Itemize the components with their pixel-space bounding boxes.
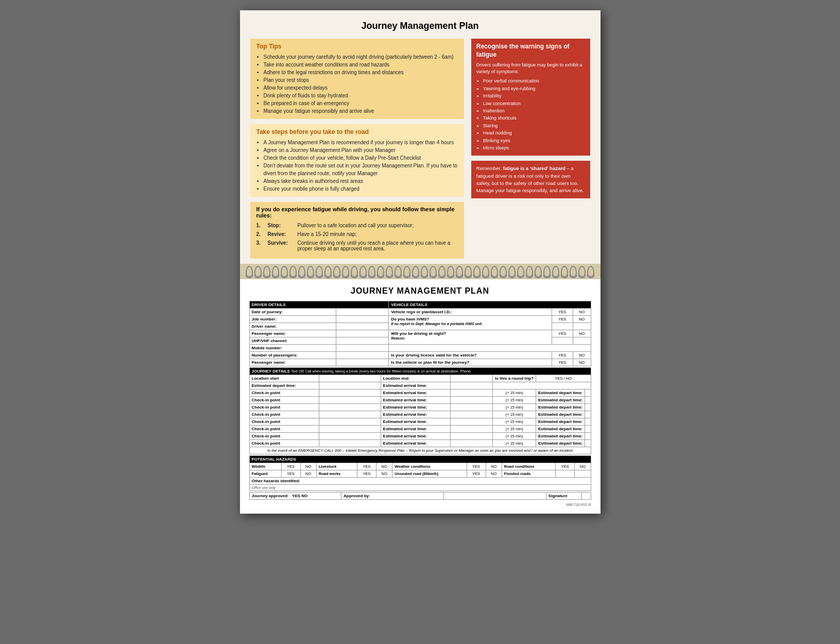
field-value bbox=[319, 389, 381, 397]
field-value bbox=[493, 382, 591, 389]
plus15: (+ 15 min) bbox=[493, 433, 536, 440]
ring bbox=[447, 266, 454, 277]
location-end-value bbox=[451, 375, 493, 382]
field-label: Fatigued bbox=[249, 470, 281, 478]
list-item: Taking shortcuts bbox=[483, 114, 585, 122]
vehicle-details-header: VEHICLE DETAILS bbox=[389, 301, 591, 309]
list-item: Take into account weather conditions and… bbox=[264, 61, 458, 69]
list-item: Schedule your journey carefully to avoid… bbox=[264, 53, 458, 61]
list-item: Low concentration bbox=[483, 100, 585, 107]
location-end-label: Location end bbox=[381, 375, 451, 382]
ring bbox=[377, 266, 384, 277]
field-value bbox=[451, 397, 493, 404]
ring bbox=[403, 266, 410, 277]
yn-cell: YES bbox=[552, 309, 573, 316]
field-value bbox=[451, 426, 493, 433]
spiral-rings bbox=[240, 266, 601, 277]
hazard-row: Fatigued YES NO Road works YES NO Unseal… bbox=[249, 470, 591, 478]
plus15: (+ 15 min) bbox=[493, 389, 536, 397]
field-value bbox=[319, 397, 381, 404]
yn-cell: NO bbox=[300, 463, 316, 470]
office-only-text: Office use only bbox=[249, 485, 591, 491]
ring bbox=[561, 266, 568, 277]
yn-cell: YES bbox=[552, 316, 573, 323]
ring bbox=[272, 266, 279, 277]
ring bbox=[552, 266, 559, 277]
office-only-row: Office use only bbox=[249, 485, 591, 491]
field-label: Estimated depart time: bbox=[536, 397, 585, 404]
checkin-label: Check-in point bbox=[249, 433, 319, 440]
rules-list: 1. Stop: Pullover to a safe location and… bbox=[256, 223, 458, 251]
checkin-label: Check-in point bbox=[249, 404, 319, 411]
warning-signs-box: Recognise the warning signs of fatigue D… bbox=[471, 39, 590, 156]
field-label: Estimated depart time: bbox=[249, 382, 319, 389]
symptoms-list: Poor verbal communication Yawning and ey… bbox=[476, 77, 585, 151]
yn-cell: NO bbox=[376, 470, 392, 478]
journey-approved-label: Journey approved: YES NO bbox=[249, 493, 341, 500]
ring bbox=[473, 266, 481, 277]
ring bbox=[587, 266, 594, 277]
list-item: Poor verbal communication bbox=[483, 77, 585, 84]
yn-cell: NO bbox=[573, 316, 591, 323]
list-item: Ensure your mobile phone is fully charge… bbox=[264, 185, 458, 193]
yn-cell: NO bbox=[300, 470, 316, 478]
field-value bbox=[585, 433, 591, 440]
yn-cell: YES bbox=[556, 463, 575, 470]
plus15: (+ 15 min) bbox=[493, 411, 536, 418]
checkin-label: Check-in point bbox=[249, 440, 319, 447]
potential-hazards-header: POTENTIAL HAZARDS bbox=[249, 456, 591, 463]
field-label: Livestock bbox=[316, 463, 357, 470]
list-item: Irritability bbox=[483, 92, 585, 99]
field-value bbox=[336, 352, 389, 359]
field-value bbox=[585, 418, 591, 426]
checkin-label: Check-in point bbox=[249, 389, 319, 397]
ring bbox=[254, 266, 262, 277]
take-steps-list: A Journey Management Plan is recommended… bbox=[256, 139, 458, 193]
ring bbox=[543, 266, 551, 277]
right-column: Recognise the warning signs of fatigue D… bbox=[471, 39, 590, 259]
ring bbox=[395, 266, 402, 277]
left-column: Top Tips Schedule your journey carefully… bbox=[250, 39, 464, 259]
yn-cell: YES bbox=[552, 359, 573, 366]
rule-text: Continue driving only until you reach a … bbox=[298, 240, 458, 251]
ring bbox=[316, 266, 323, 277]
ring bbox=[535, 266, 542, 277]
journey-details-header: JOURNEY DETAILS Text OR Call when leavin… bbox=[249, 368, 591, 375]
field-label: Mobile number: bbox=[249, 345, 336, 352]
bottom-section: JOURNEY MANAGEMENT PLAN DRIVER DETAILS V… bbox=[240, 279, 601, 514]
list-item: Always take breaks in authorised rest ar… bbox=[264, 177, 458, 185]
ring bbox=[281, 266, 288, 277]
field-label: Job number: bbox=[249, 316, 336, 323]
field-label: Estimated arrival time: bbox=[381, 418, 451, 426]
rule-number: 3. bbox=[256, 240, 265, 251]
field-label: Estimated arrival time: bbox=[381, 440, 451, 447]
list-item: Check the condition of your vehicle, fol… bbox=[264, 154, 458, 162]
ring bbox=[465, 266, 472, 277]
field-label: Is the vehicle or plan fit for the journ… bbox=[389, 359, 552, 366]
approved-by-value bbox=[443, 493, 546, 500]
yn-cell: YES bbox=[281, 470, 300, 478]
yn-cell bbox=[556, 470, 575, 478]
field-value bbox=[336, 359, 389, 366]
yn-cell: YES bbox=[552, 330, 573, 337]
field-value bbox=[451, 433, 493, 440]
field-label: Estimated arrival time: bbox=[381, 411, 451, 418]
driver-details-header: DRIVER DETAILS bbox=[249, 301, 389, 309]
plus15: (+ 15 min) bbox=[493, 418, 536, 426]
round-trip-yn: YES / NO bbox=[536, 375, 591, 382]
ring bbox=[570, 266, 577, 277]
ring bbox=[517, 266, 524, 277]
field-label: Vehicle rego or plant/asset I.D.: bbox=[389, 309, 552, 316]
list-item: 1. Stop: Pullover to a safe location and… bbox=[256, 223, 458, 228]
field-value bbox=[336, 337, 389, 345]
yn-cell: YES bbox=[281, 463, 300, 470]
yn-cell: NO bbox=[573, 359, 591, 366]
field-value bbox=[585, 426, 591, 433]
list-item: 2. Revive: Have a 15-20 minute nap; bbox=[256, 231, 458, 237]
field-value bbox=[319, 418, 381, 426]
field-label: Estimated depart time: bbox=[536, 404, 585, 411]
field-label: Estimated arrival time: bbox=[381, 404, 451, 411]
list-item: Agree on a Journey Management Plan with … bbox=[264, 146, 458, 154]
ring bbox=[298, 266, 305, 277]
rule-label: Stop: bbox=[268, 223, 295, 228]
